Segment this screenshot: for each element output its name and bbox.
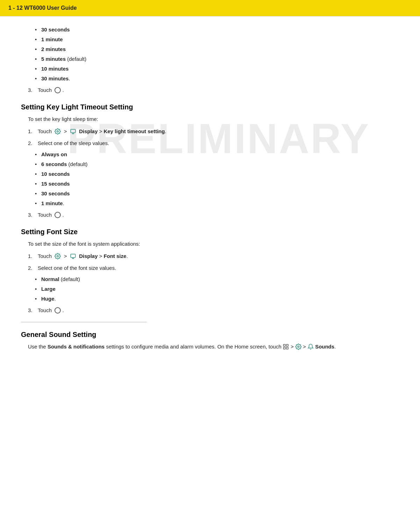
- header-title: 1 - 12 WT6000 User Guide: [8, 5, 77, 11]
- key-light-step2-text: Select one of the sleep values.: [38, 139, 109, 148]
- bullet-2min: 2 minutes: [35, 45, 399, 53]
- bullet-normal: Normal (default): [35, 275, 399, 283]
- key-light-step1-text: Touch > Display > Key light timeout sett…: [38, 127, 166, 136]
- bullet-1min-kl: 1 minute.: [35, 199, 399, 208]
- svg-point-8: [297, 346, 299, 347]
- svg-rect-3: [71, 254, 75, 258]
- font-size-bullet-list: Normal (default) Large Huge.: [35, 275, 399, 303]
- general-sound-section: General Sound Setting Use the Sounds & n…: [21, 322, 399, 351]
- svg-point-2: [57, 255, 59, 257]
- bullet-5min: 5 minutes (default): [35, 55, 399, 63]
- key-light-step1: 1. Touch > Display > Key light timeout s…: [28, 127, 399, 136]
- bullet-15sec: 15 seconds: [35, 180, 399, 188]
- bullet-huge: Huge.: [35, 295, 399, 303]
- font-size-heading: Setting Font Size: [21, 228, 399, 236]
- svg-rect-4: [284, 344, 285, 346]
- font-size-step3: 3. Touch .: [28, 306, 399, 315]
- general-sound-heading: General Sound Setting: [21, 331, 399, 339]
- gear-icon-2: [55, 253, 61, 259]
- svg-rect-5: [287, 344, 288, 346]
- display-icon-2: [70, 253, 76, 259]
- intro-suffix2: >: [291, 344, 295, 350]
- gear-icon-3: [295, 344, 302, 350]
- font-size-step3-num: 3.: [28, 306, 35, 315]
- font-size-section: Setting Font Size To set the size of the…: [21, 228, 399, 315]
- home-circle-icon: [55, 87, 61, 93]
- font-size-step2: 2. Select one of the font size values.: [28, 264, 399, 273]
- svg-rect-6: [284, 347, 285, 349]
- font-size-step1-num: 1.: [28, 252, 35, 261]
- sounds-label: Sounds: [315, 344, 334, 350]
- home-circle-icon-3: [55, 307, 61, 314]
- intro-suffix3: >: [303, 344, 307, 350]
- sounds-period: .: [334, 344, 336, 350]
- step-number-3a: 3.: [28, 86, 35, 95]
- key-light-bullet-list: Always on 6 seconds (default) 10 seconds…: [35, 150, 399, 208]
- font-size-step3-text: Touch .: [38, 306, 64, 315]
- bullet-10sec: 10 seconds: [35, 170, 399, 178]
- sleep-bullet-list: 30 seconds 1 minute 2 minutes 5 minutes …: [35, 26, 399, 83]
- bullet-30min: 30 minutes.: [35, 74, 399, 83]
- grid-icon: [283, 344, 289, 350]
- font-size-step2-text: Select one of the font size values.: [38, 264, 116, 273]
- gear-icon: [55, 128, 61, 135]
- bullet-30sec: 30 seconds: [35, 26, 399, 34]
- sleep-bullets-section: 30 seconds 1 minute 2 minutes 5 minutes …: [21, 26, 399, 95]
- key-light-section: Setting Key Light Timeout Setting To set…: [21, 103, 399, 219]
- svg-rect-1: [71, 129, 75, 133]
- key-light-step1-num: 1.: [28, 127, 35, 136]
- intro-prefix: Use the: [28, 344, 48, 350]
- bullet-large: Large: [35, 285, 399, 293]
- font-size-step2-num: 2.: [28, 264, 35, 273]
- general-sound-intro: Use the Sounds & notifications settings …: [28, 342, 399, 351]
- font-size-intro: To set the size of the font is system ap…: [28, 239, 399, 249]
- key-light-step2-num: 2.: [28, 139, 35, 148]
- svg-point-0: [57, 131, 59, 132]
- bullet-10min: 10 minutes: [35, 65, 399, 73]
- key-light-step3-text: Touch .: [38, 210, 64, 219]
- intro-suffix: settings to configure media and alarm vo…: [104, 344, 283, 350]
- bullet-6sec: 6 seconds (default): [35, 160, 399, 168]
- font-size-step1: 1. Touch > Display > Font size.: [28, 252, 399, 261]
- key-light-intro: To set the key light sleep time:: [28, 115, 399, 124]
- intro-bold: Sounds & notifications: [48, 344, 104, 350]
- svg-rect-7: [287, 347, 288, 349]
- font-size-step1-text: Touch > Display > Font size.: [38, 252, 128, 261]
- bullet-30sec-kl: 30 seconds: [35, 189, 399, 198]
- step-3-touch-1: 3. Touch .: [28, 86, 399, 95]
- step-3a-text: Touch .: [38, 86, 64, 95]
- section-divider: [21, 322, 147, 322]
- bullet-always-on: Always on: [35, 150, 399, 159]
- home-circle-icon-2: [55, 212, 61, 218]
- bullet-1min: 1 minute: [35, 35, 399, 44]
- page-header: 1 - 12 WT6000 User Guide: [0, 0, 420, 16]
- key-light-step2: 2. Select one of the sleep values.: [28, 139, 399, 148]
- key-light-heading: Setting Key Light Timeout Setting: [21, 103, 399, 111]
- bell-icon: [307, 344, 314, 350]
- key-light-step3: 3. Touch .: [28, 210, 399, 219]
- page-content: PRELIMINARY 30 seconds 1 minute 2 minute…: [0, 16, 420, 368]
- display-icon: [70, 128, 76, 135]
- key-light-step3-num: 3.: [28, 210, 35, 219]
